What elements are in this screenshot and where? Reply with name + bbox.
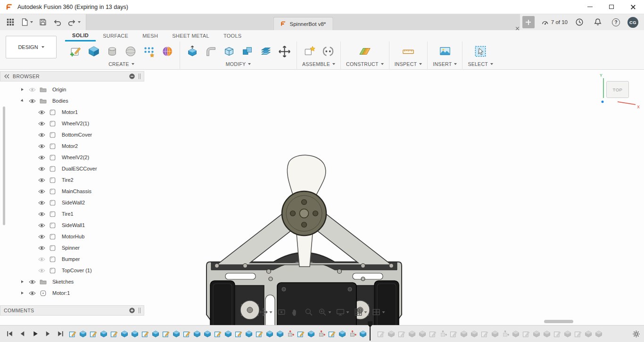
- browser-item-spinner[interactable]: Spinner: [0, 242, 144, 253]
- construct-plane-button[interactable]: [358, 43, 372, 59]
- maximize-button[interactable]: [601, 0, 622, 14]
- timeline-feature-extrude[interactable]: [564, 330, 571, 338]
- timeline-feature-extrude[interactable]: [388, 330, 395, 338]
- timeline-feature-sketch[interactable]: [553, 330, 561, 338]
- esc-cover[interactable]: [277, 283, 356, 325]
- close-button[interactable]: [622, 0, 644, 14]
- ribbon-tab-mesh[interactable]: MESH: [135, 30, 165, 41]
- save-button[interactable]: [36, 16, 50, 28]
- timeline-feature-extrude[interactable]: [79, 330, 87, 338]
- browser-item-origin[interactable]: Origin: [0, 84, 144, 95]
- expander-icon[interactable]: [18, 280, 26, 283]
- timeline-feature-sketch[interactable]: [328, 330, 336, 338]
- redo-button[interactable]: [65, 16, 83, 28]
- model-viewport[interactable]: TOP Y X BROWSER OriginBodiesMotor1WheelV…: [0, 70, 644, 325]
- notifications-button[interactable]: [591, 16, 604, 28]
- timeline-feature-extrude[interactable]: [266, 330, 273, 338]
- timeline-feature-extrude[interactable]: [585, 330, 592, 338]
- visibility-toggle[interactable]: [36, 144, 47, 149]
- create-form-button[interactable]: [160, 43, 174, 59]
- timeline-feature-sketch[interactable]: [90, 330, 97, 338]
- ribbon-tab-sheet-metal[interactable]: SHEET METAL: [165, 30, 216, 41]
- visibility-toggle[interactable]: [36, 110, 47, 115]
- user-avatar[interactable]: CG: [627, 17, 638, 28]
- undo-button[interactable]: [50, 16, 64, 28]
- visibility-toggle[interactable]: [36, 189, 47, 194]
- joint-button[interactable]: [321, 43, 335, 59]
- minimize-button[interactable]: [579, 0, 601, 14]
- nav-look-at-button[interactable]: [276, 307, 288, 318]
- press-pull-button[interactable]: [185, 43, 199, 59]
- timeline-feature-sketch[interactable]: [162, 330, 170, 338]
- timeline-feature-extrude[interactable]: [491, 330, 499, 338]
- go-to-end-button[interactable]: [55, 328, 66, 340]
- panel-drag-grip[interactable]: [139, 73, 140, 79]
- browser-item-sidewall1[interactable]: SideWall1: [0, 220, 144, 231]
- timeline-feature-sketch[interactable]: [522, 330, 530, 338]
- browser-item-motor1[interactable]: Motor1: [0, 106, 144, 118]
- measure-button[interactable]: [401, 43, 415, 59]
- document-tab[interactable]: SpinnerBot v8*: [273, 17, 333, 30]
- visibility-toggle[interactable]: [36, 200, 47, 205]
- viewcube[interactable]: TOP Y X: [598, 77, 638, 108]
- timeline-feature-sketch[interactable]: [110, 330, 118, 338]
- ribbon-tab-tools[interactable]: TOOLS: [216, 30, 249, 41]
- visibility-toggle[interactable]: [36, 178, 47, 183]
- ribbon-group-menu-construct[interactable]: CONSTRUCT: [346, 61, 384, 70]
- visibility-toggle[interactable]: [36, 166, 47, 171]
- visibility-toggle[interactable]: [26, 291, 38, 296]
- timeline-feature-extrude[interactable]: [471, 330, 478, 338]
- timeline-feature-move[interactable]: [287, 330, 294, 338]
- timeline-settings-button[interactable]: [632, 330, 640, 338]
- combine-button[interactable]: [240, 43, 255, 59]
- browser-item-bodies[interactable]: Bodies: [0, 95, 144, 106]
- browser-item-sketches[interactable]: Sketches: [0, 276, 144, 287]
- select-window-button[interactable]: [473, 43, 487, 59]
- workspace-selector[interactable]: DESIGN: [6, 36, 57, 58]
- timeline-feature-sketch[interactable]: [574, 330, 582, 338]
- timeline-feature-sketch[interactable]: [141, 330, 149, 338]
- job-status[interactable]: 7 of 10: [541, 19, 568, 26]
- browser-item-tire2[interactable]: Tire2: [0, 174, 144, 186]
- nav-pan-button[interactable]: [289, 307, 301, 318]
- timeline-feature-move[interactable]: [439, 330, 447, 338]
- browser-item-motorhub[interactable]: MotorHub: [0, 231, 144, 242]
- timeline-feature-extrude[interactable]: [307, 330, 315, 338]
- visibility-toggle[interactable]: [36, 245, 47, 251]
- timeline-feature-sketch[interactable]: [398, 330, 405, 338]
- timeline-feature-extrude[interactable]: [543, 330, 551, 338]
- timeline-feature-extrude[interactable]: [121, 330, 128, 338]
- visibility-toggle[interactable]: [36, 121, 47, 126]
- right-wheel[interactable]: [374, 281, 399, 325]
- timeline-feature-extrude[interactable]: [100, 330, 107, 338]
- new-document-tab-button[interactable]: [522, 16, 535, 28]
- visibility-toggle[interactable]: [26, 87, 38, 92]
- panel-drag-grip[interactable]: [139, 308, 140, 313]
- fillet-button[interactable]: [204, 43, 218, 59]
- play-button[interactable]: [29, 328, 41, 340]
- timeline-feature-extrude[interactable]: [152, 330, 159, 338]
- browser-item-wheelv2-2[interactable]: WheelV2(2): [0, 152, 144, 163]
- left-motor[interactable]: [235, 285, 264, 325]
- viewcube-face-top[interactable]: TOP: [606, 81, 629, 98]
- visibility-toggle[interactable]: [36, 257, 47, 262]
- ribbon-tab-surface[interactable]: SURFACE: [96, 30, 135, 41]
- visibility-toggle[interactable]: [36, 155, 47, 160]
- circle-plus-icon[interactable]: [129, 307, 135, 314]
- timeline-feature-extrude[interactable]: [131, 330, 139, 338]
- step-forward-button[interactable]: [42, 328, 53, 340]
- left-wheel[interactable]: [210, 281, 235, 325]
- motor-hub[interactable]: [282, 191, 326, 236]
- timeline-feature-move[interactable]: [349, 330, 356, 338]
- timeline-feature-extrude[interactable]: [204, 330, 211, 338]
- browser-item-topcover-1[interactable]: TopCover (1): [0, 265, 144, 276]
- timeline-feature-sketch[interactable]: [377, 330, 385, 338]
- timeline-feature-extrude[interactable]: [193, 330, 201, 338]
- timeline-feature-sketch[interactable]: [450, 330, 457, 338]
- offset-face-button[interactable]: [259, 43, 273, 59]
- visibility-toggle[interactable]: [36, 223, 47, 228]
- timeline-feature-sketch[interactable]: [214, 330, 222, 338]
- help-button[interactable]: ?: [610, 16, 622, 28]
- file-new-button[interactable]: [18, 16, 35, 28]
- timeline-feature-extrude[interactable]: [339, 330, 346, 338]
